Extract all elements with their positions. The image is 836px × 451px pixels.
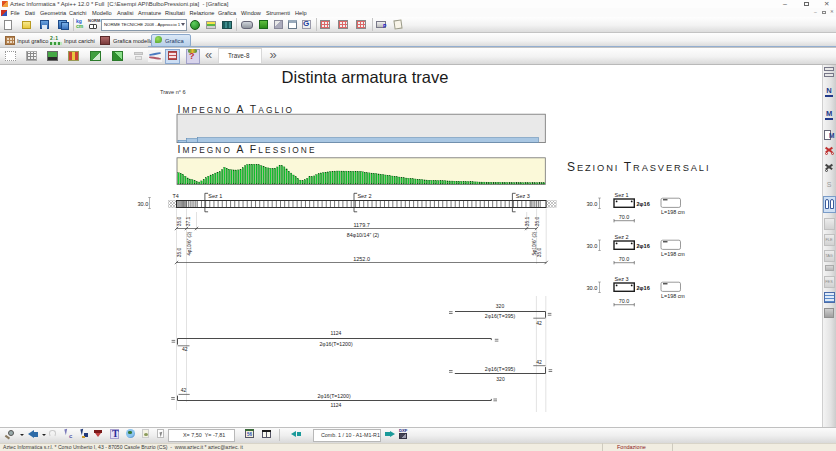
- svg-text:84φ10/14” (2): 84φ10/14” (2): [347, 232, 380, 238]
- svg-text:L=198 cm: L=198 cm: [661, 251, 685, 257]
- svg-text:SEZIONI TRASVERSALI: SEZIONI TRASVERSALI: [567, 160, 710, 174]
- svg-text:4φ10/6” (2): 4φ10/6” (2): [187, 231, 192, 255]
- svg-text:Distinta armatura trave: Distinta armatura trave: [282, 68, 449, 86]
- svg-text:42: 42: [536, 359, 542, 365]
- svg-text:2φ16: 2φ16: [637, 201, 650, 207]
- svg-text:2φ16: 2φ16: [637, 285, 650, 291]
- svg-text:30.0: 30.0: [587, 243, 598, 249]
- svg-text:2φ16(T=1200): 2φ16(T=1200): [317, 393, 350, 399]
- svg-text:70.0: 70.0: [619, 256, 630, 262]
- svg-text:2φ16(T=395): 2φ16(T=395): [485, 313, 516, 319]
- svg-text:35.0: 35.0: [534, 216, 540, 226]
- svg-text:35.0: 35.0: [176, 216, 182, 226]
- svg-text:Sez 2: Sez 2: [357, 193, 371, 199]
- svg-text:42: 42: [536, 320, 542, 326]
- svg-text:30.0: 30.0: [138, 201, 149, 207]
- svg-text:2φ16(T=395): 2φ16(T=395): [485, 366, 516, 372]
- svg-text:Trave n° 6: Trave n° 6: [160, 89, 186, 95]
- svg-text:1124: 1124: [331, 330, 342, 336]
- svg-text:Sez 3: Sez 3: [516, 193, 530, 199]
- svg-text:35.0: 35.0: [536, 247, 542, 257]
- svg-text:42: 42: [182, 346, 188, 352]
- svg-text:IMPEGNO A FLESSIONE: IMPEGNO A FLESSIONE: [178, 144, 317, 155]
- svg-text:L=198 cm: L=198 cm: [661, 293, 685, 299]
- svg-text:70.0: 70.0: [619, 214, 630, 220]
- svg-text:2φ16(T=1200): 2φ16(T=1200): [319, 341, 352, 347]
- svg-text:42: 42: [181, 387, 187, 393]
- svg-text:L=198 cm: L=198 cm: [661, 209, 685, 215]
- svg-text:1124: 1124: [331, 402, 342, 408]
- svg-text:Sez 1: Sez 1: [208, 193, 222, 199]
- svg-text:T4: T4: [173, 193, 179, 199]
- svg-text:70.0: 70.0: [619, 298, 630, 304]
- svg-text:2φ16: 2φ16: [637, 243, 650, 249]
- svg-text:1252.0: 1252.0: [353, 256, 370, 262]
- svg-text:35.1: 35.1: [524, 216, 530, 226]
- svg-text:320: 320: [496, 303, 505, 309]
- svg-text:30.0: 30.0: [587, 201, 598, 207]
- svg-text:Sez 2: Sez 2: [615, 234, 629, 240]
- svg-text:Sez 1: Sez 1: [615, 192, 629, 198]
- svg-text:35.0: 35.0: [176, 247, 182, 257]
- svg-text:IMPEGNO A TAGLIO: IMPEGNO A TAGLIO: [178, 104, 295, 115]
- svg-text:37.1: 37.1: [185, 216, 191, 226]
- svg-text:1179.7: 1179.7: [353, 222, 369, 228]
- svg-text:30.0: 30.0: [587, 285, 598, 291]
- svg-text:320: 320: [496, 376, 505, 382]
- svg-text:Sez 3: Sez 3: [615, 276, 629, 282]
